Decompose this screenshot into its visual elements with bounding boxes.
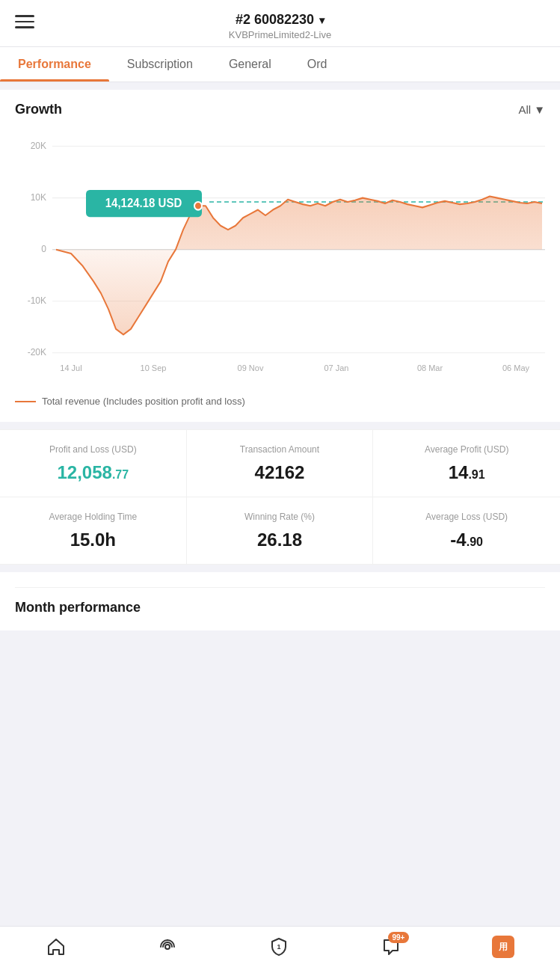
svg-point-22 xyxy=(165,945,170,949)
nav-chat[interactable]: 99+ xyxy=(381,936,401,957)
menu-button[interactable] xyxy=(15,15,34,28)
account-title: #2 60082230 ▾ xyxy=(0,12,560,28)
chart-legend: Total revenue (Includes position profit … xyxy=(15,390,545,413)
growth-chart: 20K 10K 0 -10K -20K xyxy=(15,126,545,381)
nav-badge[interactable]: 1 xyxy=(268,936,289,957)
stat-holding-time: Average Holding Time 15.0h xyxy=(0,497,187,565)
signal-icon xyxy=(157,936,178,957)
growth-filter[interactable]: All ▼ xyxy=(518,103,545,116)
svg-text:20K: 20K xyxy=(31,140,47,150)
stat-winning-rate: Winning Rate (%) 26.18 xyxy=(187,497,374,565)
stat-label-transaction: Transaction Amount xyxy=(196,443,364,456)
month-performance-section: Month performance xyxy=(0,572,560,630)
svg-text:0: 0 xyxy=(41,244,46,254)
stat-label-holding-time: Average Holding Time xyxy=(9,511,177,524)
badge-icon: 1 xyxy=(268,936,289,957)
growth-header: Growth All ▼ xyxy=(15,102,545,117)
svg-text:14 Jul: 14 Jul xyxy=(60,363,81,372)
stat-profit-loss: Profit and Loss (USD) 12,058.77 xyxy=(0,430,187,497)
stat-value-avg-profit: 14.91 xyxy=(382,462,551,483)
legend-line-icon xyxy=(15,401,36,402)
legend-text: Total revenue (Includes position profit … xyxy=(42,396,245,407)
nav-home[interactable] xyxy=(46,936,67,957)
bottom-navigation: 1 99+ 用 xyxy=(0,926,560,970)
dropdown-arrow[interactable]: ▾ xyxy=(319,14,324,26)
account-number: #2 60082230 xyxy=(236,12,314,27)
svg-point-15 xyxy=(194,202,202,210)
tab-performance[interactable]: Performance xyxy=(0,47,109,82)
nav-signal[interactable] xyxy=(157,936,178,957)
svg-text:-10K: -10K xyxy=(28,295,47,306)
stat-label-winning-rate: Winning Rate (%) xyxy=(196,511,364,524)
tab-general[interactable]: General xyxy=(211,47,289,82)
stat-label-profit-loss: Profit and Loss (USD) xyxy=(9,443,177,456)
svg-text:1: 1 xyxy=(277,943,281,951)
stat-value-profit-loss: 12,058.77 xyxy=(9,462,177,483)
stat-label-avg-profit: Average Profit (USD) xyxy=(382,443,551,456)
stats-grid: Profit and Loss (USD) 12,058.77 Transact… xyxy=(0,430,560,565)
svg-text:07 Jan: 07 Jan xyxy=(324,363,349,372)
user-avatar-icon: 用 xyxy=(492,936,514,958)
tab-orders[interactable]: Ord xyxy=(289,47,345,82)
stat-value-winning-rate: 26.18 xyxy=(196,529,364,550)
nav-profile[interactable]: 用 xyxy=(492,936,514,958)
stat-avg-loss: Average Loss (USD) -4.90 xyxy=(373,497,560,565)
home-icon xyxy=(46,936,67,957)
growth-title: Growth xyxy=(15,102,62,117)
stat-transaction-amount: Transaction Amount 42162 xyxy=(187,430,374,497)
stats-section: Profit and Loss (USD) 12,058.77 Transact… xyxy=(0,429,560,565)
stat-label-avg-loss: Average Loss (USD) xyxy=(382,511,551,524)
month-performance-title: Month performance xyxy=(15,600,141,615)
svg-text:06 May: 06 May xyxy=(502,363,529,372)
svg-text:10 Sep: 10 Sep xyxy=(141,363,167,372)
header: #2 60082230 ▾ KVBPrimeLimited2-Live xyxy=(0,0,560,47)
tab-bar: Performance Subscription General Ord xyxy=(0,47,560,82)
stat-value-avg-loss: -4.90 xyxy=(382,529,551,550)
stat-value-transaction: 42162 xyxy=(196,462,364,483)
svg-text:09 Nov: 09 Nov xyxy=(238,363,264,372)
svg-text:14,124.18 USD: 14,124.18 USD xyxy=(105,197,182,210)
svg-text:10K: 10K xyxy=(31,191,47,202)
stat-value-holding-time: 15.0h xyxy=(9,529,177,550)
chat-badge: 99+ xyxy=(388,932,409,943)
svg-text:-20K: -20K xyxy=(28,347,47,357)
chart-svg: 20K 10K 0 -10K -20K xyxy=(15,126,545,381)
growth-section: Growth All ▼ 20K 10K 0 -10K -20K xyxy=(0,90,560,422)
svg-text:08 Mar: 08 Mar xyxy=(417,363,443,372)
stat-avg-profit: Average Profit (USD) 14.91 xyxy=(373,430,560,497)
tab-subscription[interactable]: Subscription xyxy=(109,47,211,82)
account-subtitle: KVBPrimeLimited2-Live xyxy=(0,29,560,40)
